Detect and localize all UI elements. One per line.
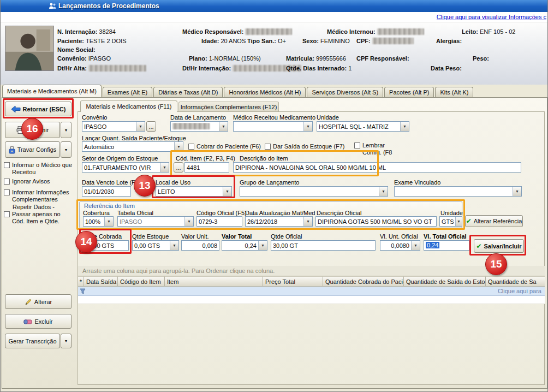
visualizar-informacoes-link[interactable]: Clique aqui para visualizar Informações …: [437, 14, 546, 20]
imprimir-dropdown-button[interactable]: ▼: [61, 122, 72, 138]
field-cpf: CPF:: [356, 38, 414, 44]
grid-filter-hint[interactable]: Clique aqui para: [498, 288, 541, 294]
chevron-down-icon[interactable]: ▼: [160, 163, 169, 172]
chevron-down-icon[interactable]: ▼: [411, 241, 420, 250]
ignorar-avisos-checkbox[interactable]: Ignorar Avisos: [4, 178, 73, 185]
chevron-down-icon[interactable]: ▼: [513, 187, 521, 196]
inner-tab-complementares-f12[interactable]: Informações Complementares (F12): [178, 102, 279, 112]
chevron-down-icon[interactable]: ▼: [455, 217, 462, 226]
chevron-down-icon[interactable]: ▼: [170, 241, 178, 250]
grid-header-item[interactable]: Item: [165, 276, 263, 287]
annotation-circle-15: 15: [485, 253, 507, 275]
tab-honorarios-medicos[interactable]: Honorários Médicos (Alt H): [224, 87, 306, 97]
vl-unt-oficial-value: 0,0080: [380, 242, 411, 249]
titlebar: Lançamentos de Procedimentos: [1, 0, 547, 12]
alterar-referencia-button[interactable]: ✔ Alterar Referência: [465, 215, 523, 227]
redacted-value: [377, 28, 424, 35]
grid-header-qtd-saida[interactable]: Quantidade de Saída do Estoque: [404, 276, 486, 287]
checkbox-icon[interactable]: [4, 211, 10, 217]
cobertura-combo[interactable]: 100% ▼: [83, 216, 114, 227]
setor-origem-combo[interactable]: 01.FATURAMENTO (VIR ▼: [82, 162, 169, 173]
unidade-combo[interactable]: HOSPITAL SQL - MATRIZ ▼: [317, 121, 409, 132]
salvar-incluir-button[interactable]: ✔ Salvar/Incluir: [474, 239, 524, 253]
chevron-down-icon[interactable]: ▼: [136, 122, 145, 131]
chevron-down-icon[interactable]: ▼: [174, 142, 183, 151]
data-atualizacao-combo[interactable]: 26/12/2018 ▼: [245, 216, 313, 227]
descricao-oficial-input[interactable]: [315, 216, 437, 227]
valor-unit-input[interactable]: [181, 240, 219, 251]
chevron-down-icon[interactable]: ▼: [258, 241, 267, 250]
grid-header-qtd-cobrada[interactable]: Quantidade Cobrada do Paciente: [323, 276, 404, 287]
dar-saida-checkbox[interactable]: Dar Saída do Estoque (F7): [265, 143, 344, 150]
field-cpf-responsavel: CPF Responsável:: [356, 55, 409, 62]
cobrar-paciente-checkbox[interactable]: Cobrar do Paciente (F6): [188, 143, 261, 150]
vl-total-oficial-input[interactable]: 0,24: [424, 240, 469, 251]
grid-empty-row[interactable]: [78, 296, 545, 304]
informar-informacoes-checkbox[interactable]: Informar Informações Complementares: [4, 189, 73, 203]
chevron-down-icon[interactable]: ▼: [184, 217, 193, 226]
travar-configs-dropdown-button[interactable]: ▼: [61, 141, 72, 158]
cod-item-browse-button[interactable]: ...: [174, 162, 183, 173]
travar-configs-button[interactable]: Travar Configs: [5, 141, 60, 158]
lancar-quant-combo[interactable]: Automático ▼: [82, 141, 183, 152]
codigo-oficial-input[interactable]: [196, 216, 242, 227]
unidade-oficial-label: Unidade: [440, 210, 463, 216]
referencia-title: Referência do Item: [84, 203, 135, 209]
inner-tab-materiais-f11[interactable]: Materiais e Medicamentos (F11): [80, 100, 177, 112]
tabela-oficial-combo[interactable]: IPASGO ▼: [117, 216, 194, 227]
checkbox-icon[interactable]: [4, 179, 10, 185]
checkbox-icon[interactable]: [4, 189, 10, 195]
vl-unt-oficial-combo[interactable]: 0,0080 ▼: [380, 240, 420, 251]
checkbox-icon[interactable]: [354, 142, 360, 149]
checkbox-icon[interactable]: [4, 162, 10, 168]
grid-header-qtd-sa[interactable]: Quantidade de Sa: [486, 276, 545, 287]
passar-apenas-checkbox[interactable]: Passar apenas no Cód. Item e Qtde.: [4, 211, 69, 225]
field-dthr-alta: Dt/Hr Alta:: [57, 65, 146, 72]
checkbox-icon[interactable]: [188, 144, 194, 150]
informar-medico-checkbox[interactable]: Informar o Médico que Receitou: [4, 162, 73, 176]
grid-header-codigo-item[interactable]: Código do Item: [118, 276, 165, 287]
tab-servicos-diversos[interactable]: Serviços Diversos (Alt S): [307, 87, 383, 97]
data-lancamento-combo[interactable]: ▼: [170, 121, 228, 132]
unidade-value: HOSPITAL SQL - MATRIZ: [317, 123, 400, 130]
medico-receitou-combo[interactable]: ▼: [233, 121, 313, 132]
chevron-down-icon[interactable]: ▼: [400, 122, 409, 131]
tab-pacotes[interactable]: Pacotes (Alt P): [384, 87, 434, 97]
excluir-button[interactable]: Excluir: [5, 314, 72, 329]
tab-exames[interactable]: Exames (Alt E): [103, 87, 152, 97]
chevron-down-icon[interactable]: ▼: [219, 122, 228, 131]
qtde-dias-label: Qtde. Dias Internado:: [286, 65, 347, 72]
unidade-oficial-combo[interactable]: GTS ▼: [439, 216, 462, 227]
convenio-combo[interactable]: IPASGO ▼: [82, 121, 145, 132]
grid-filter-row[interactable]: Clique aqui para: [78, 287, 545, 296]
gerar-transcricao-dropdown-button[interactable]: ▼: [61, 334, 72, 348]
tab-materiais-medicamentos[interactable]: Materiais e Medicamentos (Alt M): [2, 85, 102, 97]
chevron-down-icon[interactable]: ▼: [303, 122, 312, 131]
gerar-transcricao-button[interactable]: Gerar Transcrição: [5, 334, 60, 348]
grid-groupby-bar[interactable]: Arraste uma coluna aqui para agrupá-la. …: [78, 266, 545, 276]
chevron-down-icon[interactable]: ▼: [223, 187, 231, 196]
local-uso-combo[interactable]: LEITO ▼: [156, 186, 232, 197]
alterar-button[interactable]: Alterar: [5, 294, 72, 309]
convenio-browse-button[interactable]: ...: [146, 121, 156, 132]
idade-value: 20 ANOS: [221, 38, 246, 44]
convenio-label: Convênio: [82, 114, 107, 121]
tab-diarias-taxas[interactable]: Diárias e Taxas (Alt D): [153, 87, 223, 97]
grupo-lancamento-combo[interactable]: ▼: [240, 186, 388, 197]
retornar-button[interactable]: Retornar (ESC): [5, 102, 72, 116]
chevron-down-icon[interactable]: ▼: [379, 187, 388, 196]
qtde-oficial-input[interactable]: [271, 240, 376, 251]
descricao-item-input[interactable]: [233, 162, 521, 173]
cod-item-input[interactable]: [184, 162, 229, 173]
chevron-down-icon[interactable]: ▼: [303, 217, 312, 226]
grid-header-preco-total[interactable]: Preço Total: [263, 276, 323, 287]
checkbox-icon[interactable]: [265, 144, 271, 150]
qtde-estoque-combo[interactable]: 0,00 GTS ▼: [132, 240, 179, 251]
valor-total-combo[interactable]: 0,24 ▼: [222, 240, 267, 251]
grid-header-data-saida[interactable]: Data Saída: [84, 276, 118, 287]
tab-kits[interactable]: Kits (Alt K): [435, 87, 473, 97]
lembrar-config-checkbox[interactable]: Lembrar Config. (F8: [354, 142, 397, 156]
exame-vinculado-combo[interactable]: ▼: [394, 186, 522, 197]
chevron-down-icon[interactable]: ▼: [104, 217, 113, 226]
data-vencto-input[interactable]: [82, 186, 131, 197]
